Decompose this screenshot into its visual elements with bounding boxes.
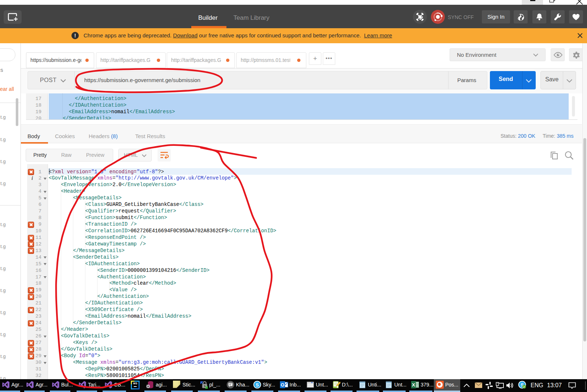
svg-text:X: X bbox=[412, 382, 415, 388]
svg-text:S: S bbox=[256, 382, 259, 388]
svg-text:O: O bbox=[281, 382, 284, 388]
